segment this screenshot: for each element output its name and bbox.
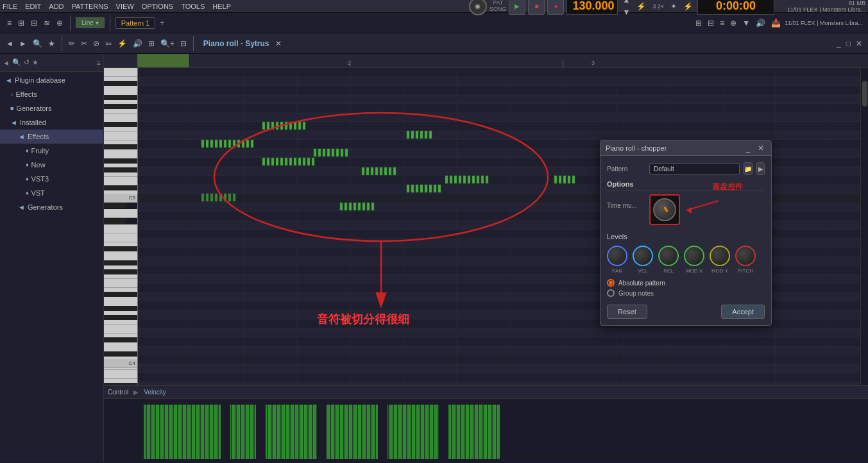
sidebar-item-effects[interactable]: ♪ Effects <box>0 87 103 101</box>
pattern-name[interactable]: Pattern 1 <box>115 17 156 29</box>
pr-tool7[interactable]: ⊞ <box>146 38 157 49</box>
sidebar-item-generators[interactable]: ■ Generators <box>0 101 103 115</box>
sidebar-item-plugin-database[interactable]: ◄ Plugin database <box>0 73 103 87</box>
menu-edit[interactable]: EDIT <box>25 3 41 10</box>
scrollbar-thumb[interactable] <box>862 81 867 106</box>
sidebar-search-bar: ◄ 🔍 ↺ ★ ≡ <box>0 54 103 72</box>
knob-vel[interactable] <box>633 246 653 266</box>
tb2-icon2[interactable]: ⊞ <box>16 17 26 29</box>
sidebar-item-generators2[interactable]: ◄ Generators <box>0 200 103 214</box>
pr-tool3[interactable]: ⊘ <box>91 38 101 49</box>
svg-rect-61 <box>312 158 314 165</box>
tb2-right1[interactable]: ⊞ <box>694 17 704 29</box>
svg-rect-25 <box>411 131 414 139</box>
vertical-scrollbar[interactable] <box>860 68 868 385</box>
pr-close-tab[interactable]: ✕ <box>273 38 284 49</box>
pattern-input[interactable] <box>649 164 740 174</box>
pr-tool9[interactable]: ⊟ <box>178 38 189 49</box>
pr-tool2[interactable]: ✂ <box>79 38 89 49</box>
velocity-content <box>104 399 868 462</box>
key-c5[interactable]: C5 <box>104 194 137 203</box>
key-bb4[interactable] <box>104 218 126 224</box>
record-button[interactable]: ● <box>547 0 564 15</box>
pr-tool6[interactable]: 🔊 <box>131 38 144 49</box>
play-button[interactable]: ▶ <box>509 0 525 15</box>
reset-button[interactable]: Reset <box>607 305 647 319</box>
sidebar-item-new[interactable]: ♦ New <box>0 158 103 172</box>
knob-rel[interactable] <box>658 246 679 266</box>
tool-icon3[interactable]: ✦ <box>668 1 679 12</box>
sidebar-item-installed[interactable]: ◄ Installed <box>0 115 103 130</box>
pr-tool1[interactable]: ✏ <box>67 38 77 49</box>
radio-absolute[interactable] <box>607 279 615 287</box>
pattern-add[interactable]: + <box>158 17 166 29</box>
tb2-icon4[interactable]: ≋ <box>42 17 52 29</box>
star-filter[interactable]: ★ <box>32 58 38 67</box>
search-btn[interactable]: 🔍 <box>12 58 21 67</box>
tb2-icon5[interactable]: ⊕ <box>55 17 65 29</box>
menu-add[interactable]: ADD <box>49 3 64 10</box>
menu-view[interactable]: VIEW <box>116 3 134 10</box>
pr-close[interactable]: ✕ <box>854 38 864 49</box>
dialog-minimize[interactable]: _ <box>743 143 753 153</box>
dialog-titlebar[interactable]: Piano roll - chopper _ ✕ <box>600 140 771 156</box>
menu-file[interactable]: FILE <box>3 3 17 10</box>
refresh-btn[interactable]: ↺ <box>24 58 30 67</box>
tb2-right7[interactable]: 📥 <box>769 17 783 29</box>
accept-button[interactable]: Accept <box>721 305 765 319</box>
key-a4[interactable] <box>104 224 137 233</box>
pr-maximize[interactable]: □ <box>844 38 853 49</box>
key-c4[interactable]: C4 <box>104 359 137 368</box>
radio-group-notes[interactable] <box>607 289 615 297</box>
sidebar-more[interactable]: ≡ <box>97 59 101 67</box>
pr-tool8[interactable]: 🔍+ <box>158 38 176 49</box>
pr-forward[interactable]: ► <box>17 38 29 49</box>
dialog-close-btn[interactable]: ✕ <box>756 143 766 153</box>
tb2-icon3[interactable]: ⊟ <box>29 17 39 29</box>
tb2-right4[interactable]: ⊕ <box>728 17 738 29</box>
stop-button[interactable]: ■ <box>528 0 545 15</box>
svg-rect-35 <box>224 140 226 147</box>
pr-search[interactable]: 🔍 <box>31 38 44 49</box>
menu-tools[interactable]: TOOLS <box>181 3 205 10</box>
tool-icon4[interactable]: ⚡ <box>681 1 695 12</box>
tb2-icon1[interactable]: ≡ <box>5 17 13 29</box>
key-b4[interactable] <box>104 209 137 218</box>
pattern-next[interactable]: ▶ <box>756 162 765 175</box>
pr-back[interactable]: ◄ <box>4 38 15 49</box>
menu-help[interactable]: HELP <box>212 3 231 10</box>
tb2-right2[interactable]: ⊟ <box>706 17 716 29</box>
pr-tool5[interactable]: ⚡ <box>115 38 129 49</box>
pr-star[interactable]: ★ <box>46 38 57 49</box>
bpm-up[interactable]: ▲ <box>620 0 632 6</box>
svg-rect-62 <box>362 167 364 175</box>
pattern-folder[interactable]: 📁 <box>744 162 753 175</box>
tb2-right5[interactable]: ▼ <box>740 17 752 29</box>
svg-rect-58 <box>298 158 301 165</box>
tb2-right3[interactable]: ≡ <box>718 17 726 29</box>
knob-modx[interactable] <box>684 246 704 266</box>
key-b4-flat[interactable] <box>104 203 126 209</box>
knob-pan[interactable] <box>607 246 627 266</box>
menu-patterns[interactable]: PATTERNS <box>72 3 108 10</box>
sidebar-item-vst3[interactable]: ♦ VST3 <box>0 172 103 186</box>
sidebar-item-effects2[interactable]: ◄ Effects <box>0 130 103 144</box>
knob-mody-label: MOD Y <box>711 268 728 274</box>
menu-options[interactable]: OPTIONS <box>142 3 174 10</box>
sidebar-item-vst[interactable]: ♦ VST <box>0 186 103 200</box>
transport-options[interactable]: ◉ <box>469 0 487 15</box>
bpm-display[interactable]: 130.000 <box>566 0 618 15</box>
tool-icon1[interactable]: ⚡ <box>634 1 648 12</box>
pr-minimize[interactable]: _ <box>835 38 843 49</box>
svg-rect-67 <box>384 167 387 175</box>
knob-pitch[interactable] <box>735 246 756 266</box>
knob-mody[interactable] <box>710 246 730 266</box>
time-mult-knob[interactable] <box>653 198 676 221</box>
sidebar-item-fruity[interactable]: ♦ Fruity <box>0 144 103 158</box>
tb2-line-select[interactable]: Line ▾ <box>76 17 105 28</box>
svg-rect-18 <box>280 122 283 130</box>
tool-icon2[interactable]: 3 2× <box>651 2 666 11</box>
tb2-right6[interactable]: 🔊 <box>754 17 767 29</box>
svg-rect-49 <box>345 149 348 156</box>
pr-tool4[interactable]: ⇦ <box>103 38 114 49</box>
